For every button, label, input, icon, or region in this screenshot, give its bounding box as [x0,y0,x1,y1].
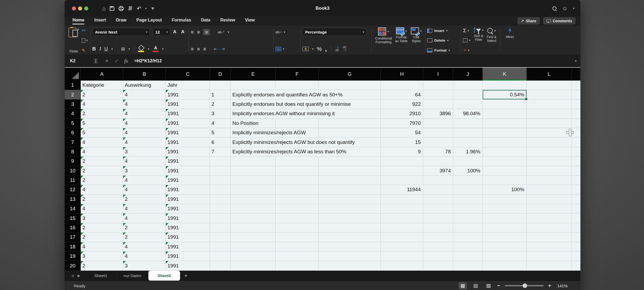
decrease-decimal-button[interactable]: .00→0 [342,46,346,52]
cell-D20[interactable] [210,261,231,270]
cell-I20[interactable] [423,261,453,270]
cell-F20[interactable] [276,261,319,270]
wrap-text-icon[interactable]: ab↩ [275,30,282,34]
copy-dropdown-icon[interactable]: ▾ [86,39,88,42]
cell-E8[interactable]: Explicitly minimizes/rejects AGW as less… [231,147,276,157]
orientation-dropdown-icon[interactable]: ▾ [228,30,229,34]
decrease-indent-icon[interactable]: ⇤ [214,47,218,51]
cell-E5[interactable]: No Position [231,119,276,128]
cell-A1[interactable]: Kategorie [81,81,123,90]
cell-I18[interactable] [423,242,453,252]
font-size-combo[interactable]: 12▾ [153,28,170,36]
cell-F1[interactable] [276,81,319,90]
share-button[interactable]: ↗ Share [517,17,540,24]
page-layout-view-icon[interactable]: ▤ [471,282,480,289]
cell-L12[interactable] [527,185,572,194]
underline-dropdown-icon[interactable]: ▾ [111,47,113,51]
cell-L3[interactable] [527,100,572,109]
cell-H13[interactable] [381,195,423,204]
cell-F17[interactable] [276,233,319,242]
decrease-font-button[interactable]: A⌄ [181,29,186,35]
cell-K5[interactable] [483,119,527,128]
cell-H15[interactable] [381,213,423,223]
undo-dropdown-icon[interactable]: ▾ [145,7,147,10]
customize-toolbar-icon[interactable]: ▬▾ [152,7,154,10]
cell-F16[interactable] [276,223,319,233]
row-header-5[interactable]: 5 [65,119,81,128]
cell-H9[interactable] [381,157,423,166]
cell-G6[interactable] [319,128,381,137]
cell-A6[interactable]: 5 [81,128,123,137]
cell-H20[interactable] [381,261,423,270]
cell-H5[interactable]: 7970 [381,119,423,128]
merge-center-icon[interactable]: ↔ [275,47,281,51]
cell-D8[interactable]: 7 [210,147,231,157]
cell-L1[interactable] [527,81,572,90]
row-header-18[interactable]: 18 [65,242,81,252]
cell-D6[interactable]: 5 [210,128,231,137]
cell-G17[interactable] [319,233,381,242]
cell-B6[interactable]: 4 [123,128,166,137]
cell-A18[interactable]: 4 [81,242,123,252]
cell-D13[interactable] [210,195,231,204]
cell-H1[interactable] [381,81,423,90]
cell-I16[interactable] [423,223,453,233]
cell-L4[interactable] [527,109,572,118]
cell-E9[interactable] [231,157,276,166]
cell-I17[interactable] [423,233,453,242]
sheet-tab-sheet3[interactable]: Sheet3 [148,271,180,281]
sheet-tab-nur-daten[interactable]: nur Daten [117,271,148,281]
enter-icon[interactable]: ✓ [115,58,118,64]
cell-G14[interactable] [319,204,381,213]
row-header-11[interactable]: 11 [65,176,81,185]
cell-K12[interactable]: 100% [483,185,527,194]
cell-K20[interactable] [483,261,527,270]
cell-K7[interactable] [483,137,527,147]
cell-D7[interactable]: 6 [210,137,231,147]
menu-tab-formulas[interactable]: Formulas [172,18,191,24]
cell-C6[interactable]: 1991 [166,128,210,137]
menu-tab-insert[interactable]: Insert [94,18,106,24]
cell-C8[interactable]: 1991 [166,147,210,157]
cell-D16[interactable] [210,223,231,233]
cell-J11[interactable] [453,176,483,185]
cell-D12[interactable] [210,185,231,194]
align-center-button[interactable]: ≡ [197,46,200,52]
cell-J13[interactable] [453,195,483,204]
cell-A2[interactable]: 2 [81,90,123,99]
cell-J5[interactable] [453,119,483,128]
cell-L11[interactable] [527,176,572,185]
cell-B7[interactable]: 4 [123,137,166,147]
cell-F14[interactable] [276,204,319,213]
cell-C4[interactable]: 1991 [166,109,210,118]
cell-F11[interactable] [276,176,319,185]
cell-J9[interactable] [453,157,483,166]
cell-B17[interactable]: 2 [123,233,166,242]
cell-I13[interactable] [423,195,453,204]
cell-J1[interactable] [453,81,483,90]
cell-J3[interactable] [453,100,483,109]
row-header-7[interactable]: 7 [65,137,81,147]
row-header-4[interactable]: 4 [65,109,81,118]
cell-A5[interactable]: 5 [81,119,123,128]
cell-B19[interactable]: 4 [123,252,166,261]
cell-L8[interactable] [527,147,572,157]
cell-A4[interactable]: 2 [81,109,123,118]
cell-I15[interactable] [423,213,453,223]
cell-I4[interactable]: 3896 [423,109,453,118]
cell-L5[interactable] [527,119,572,128]
row-header-10[interactable]: 10 [65,166,81,176]
cell-C2[interactable]: 1991 [166,90,210,99]
cell-D17[interactable] [210,233,231,242]
cell-K17[interactable] [483,233,527,242]
cell-B11[interactable]: 4 [123,176,166,185]
cell-C12[interactable]: 1991 [166,185,210,194]
cell-D4[interactable]: 3 [210,109,231,118]
column-header-G[interactable]: G [319,68,381,81]
font-color-dropdown-icon[interactable]: ▾ [162,47,164,51]
cell-C1[interactable]: Jahr [166,81,210,90]
cell-L18[interactable] [527,242,572,252]
cell-J2[interactable] [453,90,483,99]
cell-C9[interactable]: 1991 [166,157,210,166]
cell-K1[interactable] [483,81,527,90]
